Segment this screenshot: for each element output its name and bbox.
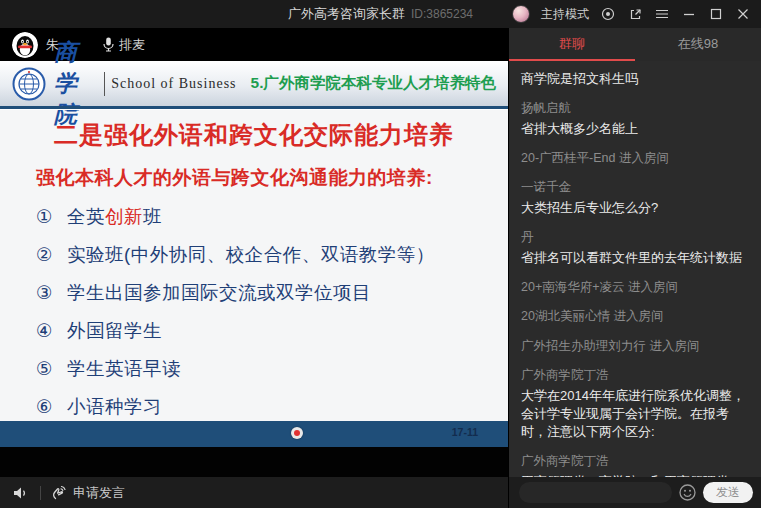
chat-system-message: 20-广西桂平-End 进入房间	[521, 150, 749, 168]
speaker-volume-icon[interactable]	[12, 485, 30, 501]
slide-list: ①全英创新班 ②实验班(中外协同、校企合作、双语教学等） ③学生出国参加国际交流…	[20, 204, 488, 421]
school-logo-en: School of Business	[111, 76, 236, 92]
slide-body: 二是强化外语和跨文化交际能力培养 强化本科人才的外语与跨文化沟通能力的培养: ①…	[0, 109, 508, 421]
slide-list-item: ④外国留学生	[36, 318, 488, 343]
slide-footer: 17-11	[0, 421, 508, 447]
chat-tab-bar: 群聊 在线98	[509, 28, 761, 61]
room-id: ID:3865234	[411, 7, 473, 21]
tab-group-chat[interactable]: 群聊	[509, 28, 635, 61]
logo-separator	[104, 72, 105, 96]
laser-pointer-dot	[291, 427, 303, 439]
menu-icon[interactable]	[654, 6, 670, 22]
chat-system-message: 20+南海华府+凌云 进入房间	[521, 279, 749, 297]
presentation-slide: 商学院 School of Business 5.广外商学院本科专业人才培养特色…	[0, 61, 508, 447]
emoji-icon[interactable]	[679, 484, 696, 501]
window-title: 广外高考咨询家长群	[288, 5, 405, 23]
chat-message: 扬帆启航 省排大概多少名能上	[521, 100, 749, 138]
chat-username: 扬帆启航	[521, 100, 749, 118]
queue-mic-label: 排麦	[119, 36, 145, 54]
chat-message-list[interactable]: 商学院是招文科生吗 扬帆启航 省排大概多少名能上 20-广西桂平-End 进入房…	[509, 61, 761, 477]
slide-list-item: ⑥小语种学习	[36, 394, 488, 419]
close-button[interactable]	[735, 6, 751, 22]
minimize-button[interactable]	[681, 6, 697, 22]
tab-online-members[interactable]: 在线98	[635, 28, 761, 61]
slide-list-item: ⑤学生英语早读	[36, 356, 488, 381]
chat-username: 广外商学院丁浩	[521, 367, 749, 385]
chat-username: 一诺千金	[521, 179, 749, 197]
host-avatar	[512, 5, 530, 23]
slide-title: 二是强化外语和跨文化交际能力培养	[20, 119, 488, 151]
chat-system-message: 20湖北美丽心情 进入房间	[521, 308, 749, 326]
titlebar: 广外高考咨询家长群 ID:3865234 主持模式	[0, 0, 761, 28]
chat-message: 一诺千金 大类招生后专业怎么分?	[521, 179, 749, 217]
slide-list-item: ③学生出国参加国际交流或双学位项目	[36, 280, 488, 305]
popout-icon[interactable]	[627, 6, 643, 22]
chat-message-text: 商学院是招文科生吗	[521, 70, 749, 88]
chat-username: 广外商学院丁浩	[521, 453, 749, 471]
chat-username: 丹	[521, 229, 749, 247]
chat-system-message: 广外招生办助理刘力行 进入房间	[521, 338, 749, 356]
send-button[interactable]: 发送	[703, 482, 753, 503]
chat-input-bar: 发送	[509, 477, 761, 508]
chat-message: 广外商学院丁浩 大学在2014年年底进行院系优化调整，会计学专业现属于会计学院。…	[521, 367, 749, 441]
chat-panel: 群聊 在线98 商学院是招文科生吗 扬帆启航 省排大概多少名能上 20-广西桂平…	[508, 28, 761, 508]
speaker-avatar	[12, 32, 38, 58]
slide-list-item: ②实验班(中外协同、校企合作、双语教学等）	[36, 242, 488, 267]
chat-message-text: 省排大概多少名能上	[521, 120, 749, 138]
titlebar-title-group: 广外高考咨询家长群 ID:3865234	[288, 0, 473, 28]
toolbar-divider	[40, 486, 41, 500]
slide-subtitle: 强化本科人才的外语与跨文化沟通能力的培养:	[20, 165, 488, 191]
slide-page-number: 17-11	[452, 426, 478, 438]
slide-list-item: ①全英创新班	[36, 204, 488, 229]
stage-column: 朱 排麦 商学院 School of Business 5.广外商学院本科专业人…	[0, 28, 508, 508]
chat-message-text: 大学在2014年年底进行院系优化调整，会计学专业现属于会计学院。在报考时，注意以…	[521, 387, 749, 442]
request-speak-button[interactable]: 申请发言	[51, 484, 125, 502]
queue-mic-button[interactable]: 排麦	[103, 36, 145, 54]
mic-icon	[103, 37, 114, 52]
host-mode-button[interactable]: 主持模式	[541, 6, 589, 23]
chat-message-text: 省排名可以看群文件里的去年统计数据	[521, 249, 749, 267]
chat-message: 商学院是招文科生吗	[521, 70, 749, 88]
chat-input[interactable]	[519, 482, 672, 503]
slide-section-title: 5.广外商学院本科专业人才培养特色	[251, 73, 496, 94]
raise-hand-icon	[51, 485, 67, 500]
maximize-button[interactable]	[708, 6, 724, 22]
chat-message: 广外商学院丁浩 工商管理类（商学院）和工商管理类（会计学院）	[521, 453, 749, 477]
slide-header: 商学院 School of Business 5.广外商学院本科专业人才培养特色	[0, 61, 508, 106]
school-logo-icon	[12, 67, 46, 101]
chat-message: 丹 省排名可以看群文件里的去年统计数据	[521, 229, 749, 267]
app-window: 广外高考咨询家长群 ID:3865234 主持模式	[0, 0, 761, 508]
stage-letterbox	[0, 447, 508, 477]
bottom-toolbar: 申请发言	[0, 477, 508, 508]
record-icon[interactable]	[600, 6, 616, 22]
request-speak-label: 申请发言	[73, 484, 125, 502]
chat-message-text: 大类招生后专业怎么分?	[521, 199, 749, 217]
